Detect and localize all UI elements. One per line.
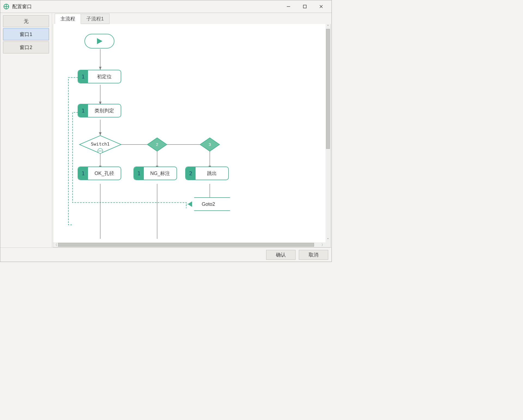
flow-node-ng-mark[interactable]: 1 NG_标注 — [133, 167, 177, 180]
node-label: 跳出 — [196, 167, 228, 180]
scroll-down-icon[interactable]: ˅ — [326, 237, 330, 242]
maximize-button[interactable] — [297, 0, 313, 13]
scroll-up-icon[interactable]: ˄ — [326, 24, 330, 29]
main-area: 主流程 子流程1 — [52, 13, 332, 247]
svg-point-21 — [98, 149, 103, 153]
flow-node-jump-out[interactable]: 2 跳出 — [185, 167, 229, 180]
sidebar-item-none[interactable]: 无 — [3, 15, 49, 27]
sidebar-item-label: 窗口2 — [20, 44, 32, 51]
svg-text:3: 3 — [209, 142, 211, 147]
flow-start-node[interactable] — [84, 34, 114, 49]
tab-main-flow[interactable]: 主流程 — [55, 14, 81, 24]
svg-marker-14 — [200, 138, 220, 151]
sidebar-item-label: 窗口1 — [20, 31, 32, 38]
node-label: OK_孔径 — [88, 167, 121, 180]
goto-arrow-icon — [188, 201, 192, 207]
minimize-button[interactable] — [280, 0, 297, 13]
svg-text:Switch1: Switch1 — [91, 141, 110, 147]
node-number: 1 — [134, 167, 144, 180]
sidebar-item-window1[interactable]: 窗口1 — [3, 28, 49, 40]
sidebar-item-label: 无 — [24, 18, 29, 25]
tab-label: 主流程 — [60, 16, 75, 22]
flow-canvas[interactable]: Switch1 2 3 1 初定位 1 — [53, 24, 331, 247]
close-button[interactable] — [313, 0, 329, 13]
node-number: 2 — [186, 167, 196, 180]
button-label: 确认 — [276, 252, 286, 258]
app-logo-icon — [2, 3, 10, 10]
svg-marker-12 — [147, 138, 167, 151]
node-label: 类别判定 — [88, 104, 121, 117]
flow-node-ok-bore[interactable]: 1 OK_孔径 — [78, 167, 121, 180]
node-number: 1 — [78, 167, 88, 180]
node-number: 1 — [78, 104, 88, 117]
flow-edges: Switch1 2 3 — [53, 24, 330, 247]
tab-label: 子流程1 — [86, 16, 104, 22]
horizontal-scrollbar[interactable]: 〈 〉 — [53, 242, 326, 247]
scroll-thumb[interactable] — [58, 243, 314, 247]
svg-marker-10 — [80, 136, 121, 154]
cancel-button[interactable]: 取消 — [299, 250, 328, 260]
node-label: Goto2 — [202, 201, 215, 207]
svg-rect-4 — [303, 5, 306, 8]
node-label: NG_标注 — [144, 167, 177, 180]
ok-button[interactable]: 确认 — [266, 250, 296, 260]
vertical-scrollbar[interactable]: ˄ ˅ — [326, 24, 330, 242]
button-label: 取消 — [309, 252, 318, 258]
window-controls — [280, 0, 329, 13]
flow-node-init-locate[interactable]: 1 初定位 — [78, 70, 121, 83]
scroll-right-icon[interactable]: 〉 — [321, 242, 326, 247]
scroll-corner — [326, 242, 330, 247]
config-window: 配置窗口 无 窗口1 窗口2 — [0, 0, 332, 262]
svg-text:2: 2 — [156, 142, 158, 147]
scroll-thumb[interactable] — [326, 29, 330, 149]
dialog-footer: 确认 取消 — [0, 247, 332, 262]
node-number: 1 — [78, 70, 88, 83]
flow-node-category-judge[interactable]: 1 类别判定 — [78, 104, 121, 117]
sidebar: 无 窗口1 窗口2 — [0, 13, 52, 247]
tabs: 主流程 子流程1 — [55, 14, 331, 24]
tab-sub-flow-1[interactable]: 子流程1 — [81, 14, 110, 24]
titlebar: 配置窗口 — [0, 0, 332, 13]
scroll-left-icon[interactable]: 〈 — [53, 242, 58, 247]
svg-marker-26 — [97, 38, 102, 44]
sidebar-item-window2[interactable]: 窗口2 — [3, 41, 49, 53]
play-icon — [96, 38, 103, 45]
node-label: 初定位 — [88, 70, 121, 83]
flow-node-goto2[interactable]: Goto2 — [187, 197, 230, 211]
window-title: 配置窗口 — [12, 3, 32, 10]
